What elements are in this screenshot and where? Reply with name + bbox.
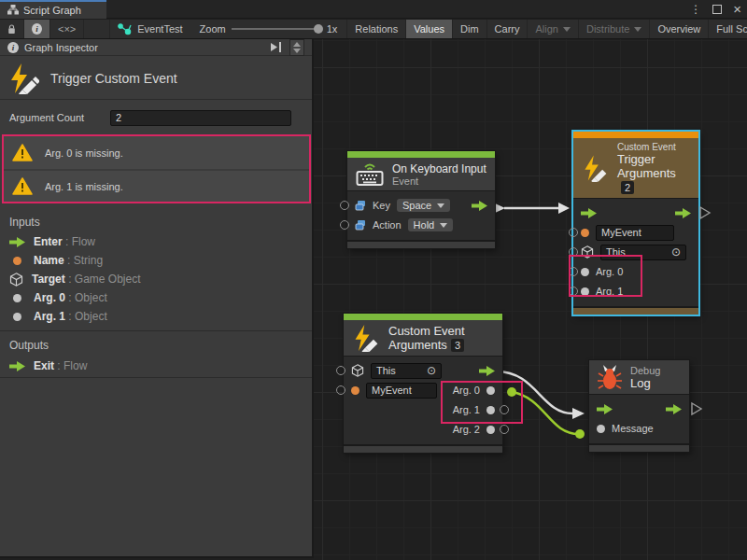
graph-toolbar: i <×> EventTest Zoom 1x Relations Values… — [0, 20, 747, 39]
event-name-field[interactable]: MyEvent — [366, 383, 437, 399]
event-name-field[interactable]: MyEvent — [596, 225, 674, 241]
node-arguments-line: Arguments2 — [617, 166, 690, 194]
flow-output-icon[interactable] — [666, 404, 682, 414]
value-input-port[interactable] — [340, 201, 349, 210]
values-button[interactable]: Values — [406, 20, 453, 38]
scroll-stepper[interactable] — [289, 39, 304, 56]
value-output-port-outer[interactable] — [500, 425, 509, 434]
value-output-port[interactable] — [486, 426, 495, 434]
chevron-down-icon — [440, 223, 447, 228]
value-input-port[interactable] — [336, 366, 345, 375]
lock-icon — [7, 23, 16, 35]
node-header[interactable]: Custom Event Arguments3 — [344, 320, 502, 356]
value-input-port[interactable] — [597, 425, 605, 433]
node-header[interactable]: Custom Event Trigger Arguments2 — [573, 138, 698, 198]
stepper-down-icon[interactable] — [293, 49, 301, 53]
flow-continue-triangle[interactable] — [690, 401, 703, 416]
value-input-port[interactable] — [336, 385, 345, 395]
target-picker-icon[interactable]: ⊙ — [427, 363, 436, 378]
target-field[interactable]: This⊙ — [371, 363, 442, 379]
node-header[interactable]: Debug Log — [589, 360, 689, 394]
window-menu-icon[interactable]: ⋮ — [690, 1, 701, 18]
action-dropdown[interactable]: Hold — [408, 218, 454, 231]
flow-continue-triangle[interactable] — [698, 205, 712, 220]
node-color-bar — [344, 314, 502, 320]
warning-row: Arg. 0 is missing. — [4, 136, 309, 169]
key-dropdown[interactable]: Space — [397, 199, 450, 212]
flow-input-icon[interactable] — [597, 404, 613, 414]
node-header[interactable]: On Keyboard Input Event — [347, 158, 495, 190]
argument-count-input[interactable]: 2 — [110, 110, 291, 126]
full-screen-button[interactable]: Full Screen — [709, 20, 747, 38]
warning-icon — [12, 177, 33, 195]
flow-output-icon[interactable] — [675, 208, 691, 218]
wire-arrowhead — [572, 408, 585, 419]
flow-row — [597, 399, 682, 418]
node-on-keyboard-input[interactable]: On Keyboard Input Event Key Space Action… — [347, 151, 495, 248]
string-port-icon — [581, 229, 589, 237]
warning-icon — [12, 144, 33, 161]
trigger-args-highlight-box — [569, 255, 642, 297]
object-port-icon — [13, 294, 21, 302]
port-row-arg1: Arg. 1 : Object — [0, 307, 312, 326]
object-port-icon — [13, 313, 21, 321]
tab-script-graph[interactable]: Script Graph — [0, 0, 106, 19]
zoom-slider[interactable] — [232, 28, 321, 30]
dock-panel-icon[interactable] — [270, 41, 282, 53]
warning-text: Arg. 1 is missing. — [45, 181, 123, 192]
graph-name-button[interactable]: EventTest — [110, 20, 190, 38]
inspector-header-title: Graph Inspector — [24, 42, 98, 53]
warning-text: Arg. 0 is missing. — [45, 147, 123, 159]
port-row-name: Name : String — [0, 251, 312, 270]
section-divider — [0, 377, 312, 378]
graph-name-label: EventTest — [137, 23, 182, 35]
action-label: Action — [373, 219, 402, 231]
carry-button[interactable]: Carry — [487, 20, 529, 38]
key-label: Key — [373, 200, 390, 211]
value-input-port[interactable] — [569, 228, 578, 237]
port-row-enter: Enter : Flow — [0, 232, 312, 251]
lock-button[interactable] — [0, 20, 24, 38]
stepper-up-icon[interactable] — [293, 42, 301, 47]
flow-output-icon[interactable] — [479, 366, 495, 376]
tab-title: Script Graph — [23, 5, 81, 16]
node-footer — [344, 444, 502, 453]
node-category: Custom Event — [617, 142, 690, 152]
node-title: On Keyboard Input — [392, 162, 486, 175]
node-title: Log — [630, 376, 660, 390]
graph-nodes-icon — [118, 23, 132, 35]
string-port-icon — [13, 257, 21, 265]
dim-button[interactable]: Dim — [453, 20, 487, 38]
node-debug-log[interactable]: Debug Log Message — [589, 360, 689, 452]
warnings-highlight-box: Arg. 0 is missing. Arg. 1 is missing. — [2, 134, 311, 203]
zoom-slider-handle[interactable] — [314, 24, 323, 34]
connected-port-dot[interactable] — [575, 429, 585, 439]
arguments-count-badge: 3 — [451, 339, 464, 352]
port-row-arg0: Arg. 0 : Object — [0, 288, 312, 307]
flow-input-icon[interactable] — [581, 208, 597, 218]
toolbar-spacer — [84, 20, 110, 38]
target-picker-icon[interactable]: ⊙ — [671, 245, 681, 259]
value-input-port[interactable] — [340, 220, 349, 230]
cube-icon — [9, 273, 23, 287]
message-label: Message — [612, 423, 654, 434]
distribute-button[interactable]: Distribute — [579, 20, 650, 38]
window-titlebar: Script Graph ⋮ × — [0, 0, 747, 19]
relations-button[interactable]: Relations — [346, 20, 406, 38]
graph-canvas[interactable]: On Keyboard Input Event Key Space Action… — [314, 39, 747, 560]
inspector-unit-title-block: Trigger Custom Event — [0, 57, 312, 100]
info-button[interactable]: i — [24, 20, 50, 38]
node-arguments-line: Arguments3 — [388, 338, 465, 352]
zoom-label: Zoom — [200, 23, 226, 35]
flow-output-icon[interactable] — [472, 201, 487, 211]
inline-value-icon — [355, 219, 366, 231]
zoom-value: 1x — [327, 23, 338, 35]
message-row: Message — [597, 419, 682, 438]
code-preview-button[interactable]: <×> — [50, 20, 84, 38]
window-maximize-icon[interactable] — [712, 5, 722, 14]
overview-button[interactable]: Overview — [650, 20, 709, 38]
node-footer — [347, 240, 495, 248]
flow-arrow-icon — [9, 361, 25, 371]
align-button[interactable]: Align — [528, 20, 578, 38]
window-close-icon[interactable]: × — [733, 1, 741, 18]
